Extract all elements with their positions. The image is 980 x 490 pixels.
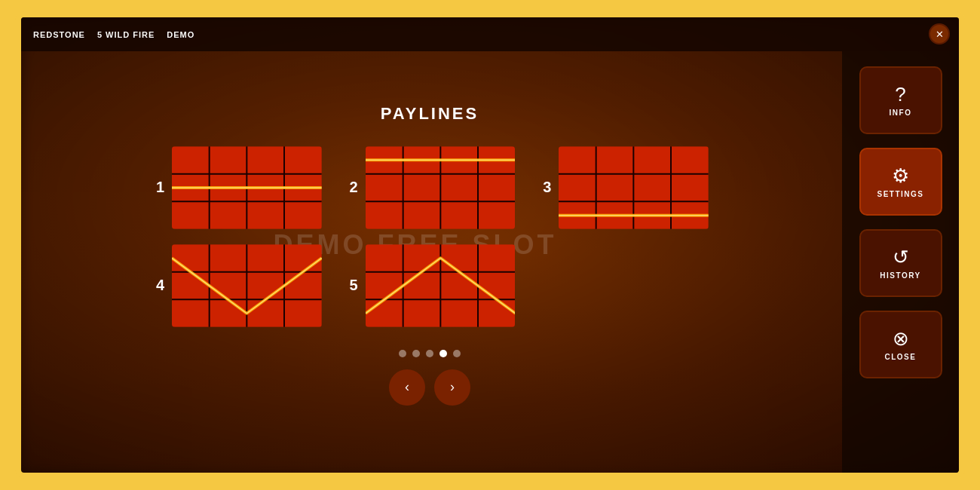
info-icon: ?	[895, 84, 905, 104]
settings-icon: ⚙	[892, 166, 909, 185]
info-label: INFO	[890, 109, 912, 117]
close-icon: ⊗	[893, 329, 909, 348]
payline-item-4: 4	[151, 244, 322, 327]
next-button[interactable]: ›	[434, 369, 470, 406]
payline-item-3: 3	[537, 146, 709, 229]
history-label: HISTORY	[880, 271, 920, 280]
history-icon: ↺	[893, 247, 909, 267]
modal-overlay: PAYLINES 1	[21, 51, 838, 473]
close-label: CLOSE	[885, 353, 917, 361]
close-x-button[interactable]: ✕	[929, 23, 950, 44]
payline-canvas-1	[172, 146, 322, 229]
payline-number-4: 4	[151, 277, 164, 294]
right-sidebar: ? INFO ⚙ SETTINGS ↺ HISTORY ⊗ CLOSE	[842, 51, 959, 473]
outer-border: REDSTONE 5 WILD FIRE DEMO ✕ DEMO FREE SL…	[15, 11, 965, 479]
settings-label: SETTINGS	[877, 190, 923, 198]
close-button[interactable]: ⊗ CLOSE	[859, 311, 942, 378]
dot-3[interactable]	[426, 350, 433, 357]
modal-title: PAYLINES	[151, 104, 709, 124]
payline-item-1: 1	[151, 146, 322, 229]
payline-number-1: 1	[151, 179, 164, 196]
payline-number-3: 3	[537, 179, 551, 196]
brand-label: REDSTONE	[33, 30, 85, 39]
info-button[interactable]: ? INFO	[859, 66, 942, 134]
dot-4[interactable]	[439, 350, 447, 357]
payline-item-5: 5	[345, 244, 516, 327]
payline-item-2: 2	[345, 146, 516, 229]
payline-canvas-3	[559, 146, 709, 229]
modal-content: PAYLINES 1	[121, 89, 739, 436]
prev-button[interactable]: ‹	[389, 369, 425, 406]
dot-2[interactable]	[412, 350, 420, 357]
payline-canvas-2	[366, 146, 516, 229]
settings-button[interactable]: ⚙ SETTINGS	[859, 148, 942, 216]
mode-label: DEMO	[167, 30, 194, 39]
dot-1[interactable]	[399, 350, 406, 357]
dot-5[interactable]	[453, 350, 461, 357]
pagination-dots	[151, 350, 709, 357]
top-bar: REDSTONE 5 WILD FIRE DEMO	[21, 17, 959, 51]
payline-canvas-5	[366, 244, 516, 327]
game-label: 5 WILD FIRE	[97, 30, 155, 39]
paylines-grid: 1	[151, 146, 709, 327]
history-button[interactable]: ↺ HISTORY	[859, 229, 942, 297]
nav-buttons: ‹ ›	[151, 369, 709, 406]
payline-number-5: 5	[345, 277, 358, 294]
payline-number-2: 2	[345, 179, 358, 196]
payline-canvas-4	[172, 244, 322, 327]
game-background: REDSTONE 5 WILD FIRE DEMO ✕ DEMO FREE SL…	[21, 17, 959, 473]
